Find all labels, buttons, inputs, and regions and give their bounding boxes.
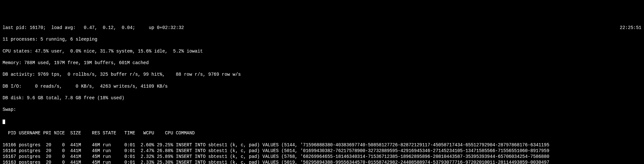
db-activity: DB activity: 9769 tps, 0 rollbs/s, 325 b…	[3, 72, 641, 77]
table-row: 16164 postgres 20 0 441M 46M run 0:01 2.…	[3, 148, 641, 154]
processes-summary: 11 processes: 5 running, 6 sleeping	[3, 36, 641, 42]
clock: 22:25:51	[620, 25, 641, 31]
uptime-value: 0+02:32:32	[157, 25, 184, 30]
input-cursor-line[interactable]	[3, 119, 641, 124]
last-pid-label: last pid:	[3, 25, 27, 30]
db-disk: DB disk: 9.6 GB total, 7.8 GB free (18% …	[3, 95, 641, 101]
db-io: DB I/O: 0 reads/s, 0 KB/s, 4263 writes/s…	[3, 83, 641, 89]
load-avg-label: load avg:	[51, 25, 76, 30]
table-row: 16163 postgres 20 0 441M 45M run 0:01 2.…	[3, 159, 641, 164]
table-row: 16166 postgres 20 0 441M 46M run 0:01 2.…	[3, 142, 641, 148]
memory-summary: Memory: 788M used, 197M free, 19M buffer…	[3, 60, 641, 66]
header-line: last pid: 16170; load avg: 0.47, 0.12, 0…	[3, 25, 641, 31]
cursor-icon	[3, 120, 5, 124]
uptime-label: up	[149, 25, 154, 30]
process-list: 16166 postgres 20 0 441M 46M run 0:01 2.…	[3, 142, 641, 164]
cpu-states: CPU states: 47.5% user, 0.0% nice, 31.7%…	[3, 48, 641, 54]
table-row: 16167 postgres 20 0 441M 45M run 0:01 2.…	[3, 154, 641, 159]
swap-summary: Swap:	[3, 107, 641, 112]
column-header: PID USERNAME PRI NICE SIZE RES STATE TIM…	[3, 130, 641, 136]
last-pid-value: 16170;	[30, 25, 46, 30]
load-avg-value: 0.47, 0.12, 0.04;	[81, 25, 135, 30]
header-left: last pid: 16170; load avg: 0.47, 0.12, 0…	[3, 25, 620, 31]
